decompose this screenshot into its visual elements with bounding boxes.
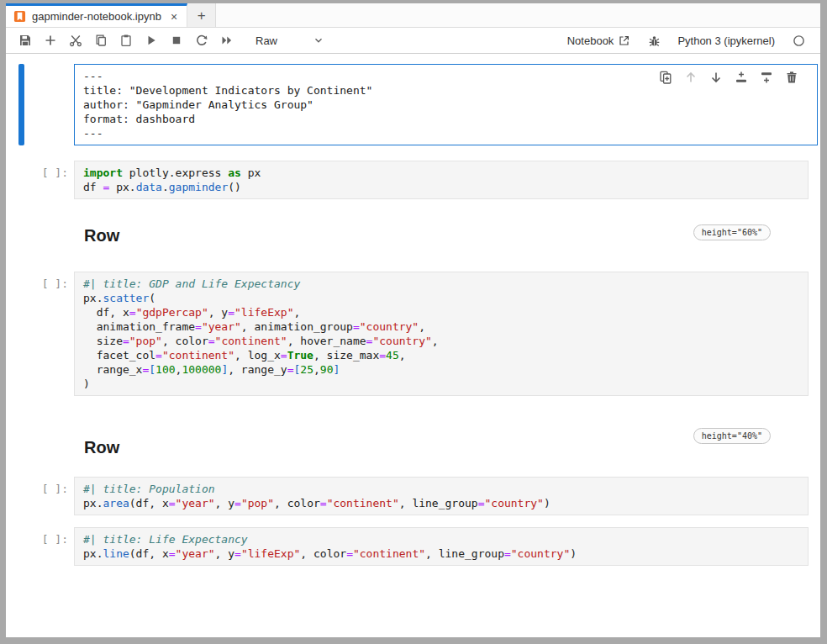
cell-code-line: [ ]: #| title: Life Expectancypx.line(df… bbox=[6, 527, 820, 566]
debugger-bug-icon[interactable] bbox=[647, 34, 661, 47]
code-cell-editor[interactable]: #| title: GDP and Life Expectancypx.scat… bbox=[74, 272, 809, 396]
cell-collapser[interactable] bbox=[18, 161, 24, 199]
jupyterlab-app: gapminder-notebook.ipynb × + bbox=[6, 3, 820, 637]
copy-icon[interactable] bbox=[94, 34, 108, 47]
cell-prompt: [ ]: bbox=[24, 272, 74, 396]
height-badge: height="60%" bbox=[693, 224, 771, 240]
notebook-panel[interactable]: ---title: "Development Indicators by Con… bbox=[6, 54, 820, 637]
cell-code-area: [ ]: #| title: Populationpx.area(df, x="… bbox=[6, 477, 820, 515]
cell-prompt: [ ]: bbox=[24, 477, 74, 515]
row-heading: Row bbox=[84, 224, 119, 246]
cell-margin bbox=[6, 527, 18, 566]
toolbar-right-group: Notebook Python 3 (ipykernel) bbox=[567, 34, 805, 47]
code-cell-source[interactable]: #| title: Life Expectancypx.line(df, x="… bbox=[83, 532, 799, 561]
code-cell-source[interactable]: #| title: Populationpx.area(df, x="year"… bbox=[83, 482, 799, 510]
row-heading: Row bbox=[84, 436, 119, 458]
insert-below-icon[interactable] bbox=[759, 70, 773, 84]
cell-toolbar bbox=[658, 70, 798, 84]
cell-prompt: [ ]: bbox=[24, 161, 74, 199]
cell-margin bbox=[6, 477, 18, 515]
markdown-cell-row-2[interactable]: Row height="40%" bbox=[84, 436, 820, 458]
notebook-mode-label: Notebook bbox=[567, 34, 614, 47]
cell-type-value: Raw bbox=[255, 34, 277, 47]
active-cell-collapser[interactable] bbox=[18, 64, 24, 145]
code-cell-editor[interactable]: import plotly.express as pxdf = px.data.… bbox=[74, 161, 809, 199]
cell-prompt bbox=[24, 64, 74, 145]
delete-icon[interactable] bbox=[784, 70, 798, 84]
code-cell-editor[interactable]: #| title: Life Expectancypx.line(df, x="… bbox=[74, 527, 809, 566]
add-cell-icon[interactable] bbox=[44, 34, 57, 47]
tab-gapminder-notebook[interactable]: gapminder-notebook.ipynb × bbox=[6, 3, 187, 27]
move-up-icon[interactable] bbox=[683, 70, 698, 84]
kernel-name-label[interactable]: Python 3 (ipykernel) bbox=[677, 34, 775, 47]
stop-icon[interactable] bbox=[170, 34, 183, 47]
tab-close-icon[interactable]: × bbox=[171, 11, 177, 23]
cell-margin bbox=[6, 64, 18, 145]
move-down-icon[interactable] bbox=[708, 70, 723, 84]
cell-code-scatter: [ ]: #| title: GDP and Life Expectancypx… bbox=[6, 272, 820, 396]
cell-type-select[interactable]: Raw bbox=[255, 34, 324, 47]
restart-icon[interactable] bbox=[195, 34, 208, 47]
save-icon[interactable] bbox=[18, 34, 32, 47]
code-cell-editor[interactable]: #| title: Populationpx.area(df, x="year"… bbox=[74, 477, 809, 515]
notebook-toolbar: Raw Notebook bbox=[6, 28, 820, 54]
tab-title: gapminder-notebook.ipynb bbox=[32, 10, 161, 23]
cut-icon[interactable] bbox=[69, 34, 82, 47]
raw-cell-editor[interactable]: ---title: "Development Indicators by Con… bbox=[74, 64, 818, 145]
cell-margin bbox=[6, 272, 18, 396]
height-badge: height="40%" bbox=[693, 428, 771, 444]
code-cell-source[interactable]: import plotly.express as pxdf = px.data.… bbox=[83, 166, 799, 194]
kernel-status-icon[interactable] bbox=[792, 34, 805, 47]
tab-bar-empty-space bbox=[216, 3, 820, 27]
duplicate-icon[interactable] bbox=[658, 70, 672, 84]
new-tab-button[interactable]: + bbox=[187, 3, 216, 27]
paste-icon[interactable] bbox=[119, 34, 133, 47]
window-frame: { "tab": { "title": "gapminder-notebook.… bbox=[0, 0, 827, 644]
external-link-icon bbox=[618, 34, 630, 47]
run-all-icon[interactable] bbox=[220, 34, 234, 47]
cell-collapser[interactable] bbox=[18, 527, 24, 566]
insert-above-icon[interactable] bbox=[734, 70, 748, 84]
notebook-file-icon bbox=[13, 10, 26, 23]
cell-collapser[interactable] bbox=[18, 477, 24, 515]
cell-margin bbox=[6, 161, 18, 199]
cell-prompt: [ ]: bbox=[24, 527, 74, 566]
code-cell-source[interactable]: #| title: GDP and Life Expectancypx.scat… bbox=[83, 277, 799, 391]
tab-bar: gapminder-notebook.ipynb × + bbox=[6, 3, 820, 28]
cell-code-import: [ ]: import plotly.express as pxdf = px.… bbox=[6, 161, 820, 199]
cell-collapser[interactable] bbox=[18, 272, 24, 396]
markdown-cell-row-1[interactable]: Row height="60%" bbox=[84, 224, 820, 246]
notebook-mode-button[interactable]: Notebook bbox=[567, 34, 631, 47]
cell-raw-frontmatter: ---title: "Development Indicators by Con… bbox=[6, 64, 820, 145]
run-icon[interactable] bbox=[145, 34, 158, 47]
chevron-down-icon bbox=[313, 34, 324, 46]
